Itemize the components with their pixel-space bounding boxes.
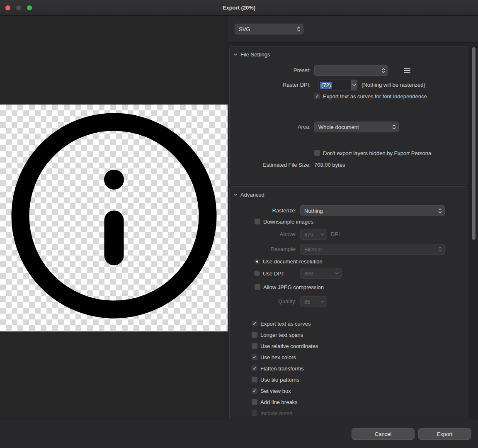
checkbox[interactable]: ✓: [252, 354, 257, 360]
hamburger-icon: [404, 68, 410, 73]
area-label: Area:: [230, 122, 311, 132]
raster-dpi-selected-text: (72): [320, 82, 332, 89]
section-title: File Settings: [240, 51, 270, 58]
stepper-icon: [381, 68, 385, 73]
radio-label: Use DPI:: [263, 270, 284, 277]
checkbox-export-text-as-curves[interactable]: ✓ Export text as curves: [252, 320, 311, 327]
rasterize-value: Nothing: [304, 208, 438, 214]
checkbox[interactable]: ✓: [252, 321, 257, 326]
title-bar: Export (20%): [0, 0, 478, 16]
quality-select: 85: [300, 296, 327, 307]
above-dpi-select: 375: [300, 229, 327, 240]
checkbox-label: Add line breaks: [260, 399, 298, 405]
checkbox-include-bleed: ✓ Include bleed: [252, 410, 292, 416]
checkbox-allow-jpeg-compression[interactable]: ✓ Allow JPEG compression: [255, 284, 324, 290]
checkmark-icon: ✓: [252, 321, 256, 326]
cancel-button[interactable]: Cancel: [352, 428, 415, 440]
checkbox[interactable]: ✓: [255, 219, 260, 224]
advanced-section: Advanced Rasterize: Nothing ✓ Downsample…: [229, 186, 468, 419]
checkbox-use-tile-patterns[interactable]: ✓ Use tile patterns: [252, 376, 299, 383]
checkbox-use-hex-colors[interactable]: ✓ Use hex colors: [252, 354, 296, 360]
radio-label: Use document resolution: [263, 258, 323, 265]
use-dpi-select: 300: [300, 268, 342, 279]
transparency-checkerboard: [0, 105, 228, 331]
radio-use-dpi[interactable]: Use DPI:: [254, 270, 284, 277]
preset-label: Preset:: [230, 65, 311, 76]
stepper-icon: [438, 246, 442, 252]
checkbox-export-text-as-curves-font[interactable]: ✓ Export text as curves for font indepen…: [314, 93, 427, 100]
raster-dpi-combo[interactable]: (72): [318, 80, 357, 90]
radio-use-document-resolution[interactable]: Use document resolution: [254, 258, 323, 265]
chevron-down-icon: [352, 84, 356, 86]
raster-dpi-dropdown-button[interactable]: [351, 80, 357, 90]
rasterize-label: Rasterize:: [230, 205, 296, 216]
dpi-suffix-label: DPI: [331, 229, 340, 240]
checkbox[interactable]: ✓: [255, 284, 260, 290]
preset-select[interactable]: [314, 65, 388, 76]
rasterize-select[interactable]: Nothing: [300, 205, 445, 216]
file-settings-section: File Settings Preset: Raster DPI: (72) (…: [229, 46, 468, 185]
file-settings-header[interactable]: File Settings: [233, 51, 270, 58]
dialog-footer: Cancel Export: [0, 419, 478, 448]
advanced-header[interactable]: Advanced: [233, 192, 264, 198]
checkbox-label: Export text as curves for font independe…: [323, 93, 427, 100]
disclosure-chevron-icon: [233, 53, 238, 56]
estimated-size-value: 708.00 bytes: [314, 160, 345, 170]
checkbox-label: Longer text spans: [260, 332, 303, 338]
checkbox: ✓: [252, 410, 257, 416]
above-label: Above:: [230, 229, 296, 240]
checkbox-downsample-images[interactable]: ✓ Downsample images: [255, 218, 313, 225]
checkbox-longer-text-spans[interactable]: ✓ Longer text spans: [252, 331, 303, 338]
checkbox[interactable]: ✓: [252, 365, 257, 371]
checkbox-label: Set view box: [260, 388, 291, 394]
window-title: Export (20%): [0, 0, 478, 16]
raster-dpi-field[interactable]: (72): [318, 80, 351, 90]
checkbox[interactable]: ✓: [252, 399, 257, 405]
checkbox[interactable]: ✓: [252, 377, 257, 382]
checkbox[interactable]: ✓: [252, 388, 257, 394]
format-toolbar: SVG: [228, 16, 478, 43]
resample-select: Bilinear: [300, 244, 445, 255]
resample-label: Resample:: [230, 244, 296, 255]
checkbox[interactable]: ✓: [314, 150, 320, 156]
checkbox-label: Use tile patterns: [260, 377, 299, 383]
checkbox-label: Use hex colors: [260, 354, 296, 360]
checkbox-add-line-breaks[interactable]: ✓ Add line breaks: [252, 399, 298, 405]
quality-value: 85: [304, 299, 320, 305]
export-preview-canvas: [0, 16, 228, 419]
scrollbar-thumb[interactable]: [472, 47, 476, 240]
area-select[interactable]: Whole document: [314, 122, 399, 132]
stepper-icon: [438, 208, 442, 214]
export-settings-panel: SVG File Settings Preset: Raster DPI: (7…: [228, 16, 478, 419]
format-select[interactable]: SVG: [235, 24, 303, 34]
checkbox-set-view-box[interactable]: ✓ Set view box: [252, 387, 291, 394]
checkmark-icon: ✓: [252, 389, 256, 393]
disclosure-chevron-icon: [233, 193, 238, 196]
use-dpi-value: 300: [304, 270, 335, 277]
above-dpi-value: 375: [304, 231, 320, 238]
stepper-icon: [297, 26, 301, 32]
checkbox-label: Include bleed: [260, 410, 292, 416]
checkbox-label: Export text as curves: [260, 321, 311, 327]
checkbox-use-relative-coordinates[interactable]: ✓ Use relative coordinates: [252, 343, 318, 349]
area-value: Whole document: [318, 124, 392, 130]
chevron-down-icon: [320, 233, 324, 236]
checkbox-label: Flatten transforms: [260, 365, 304, 372]
estimated-size-label: Estimated File Size:: [230, 160, 311, 170]
stepper-icon: [392, 124, 396, 130]
radio-button[interactable]: [254, 258, 260, 264]
resample-value: Bilinear: [304, 246, 438, 253]
checkmark-icon: ✓: [252, 366, 256, 371]
checkbox[interactable]: ✓: [314, 93, 320, 99]
checkbox-label: Use relative coordinates: [260, 343, 318, 349]
checkbox[interactable]: ✓: [252, 332, 257, 338]
checkbox-flatten-transforms[interactable]: ✓ Flatten transforms: [252, 365, 304, 372]
preset-menu-button[interactable]: [403, 68, 411, 73]
checkmark-icon: ✓: [252, 355, 256, 360]
checkbox[interactable]: ✓: [252, 343, 257, 349]
checkbox-dont-export-hidden-layers[interactable]: ✓ Don't export layers hidden by Export P…: [314, 150, 431, 156]
chevron-down-icon: [320, 300, 324, 303]
radio-button[interactable]: [254, 270, 260, 276]
chevron-down-icon: [335, 272, 339, 275]
export-button[interactable]: Export: [418, 428, 471, 440]
